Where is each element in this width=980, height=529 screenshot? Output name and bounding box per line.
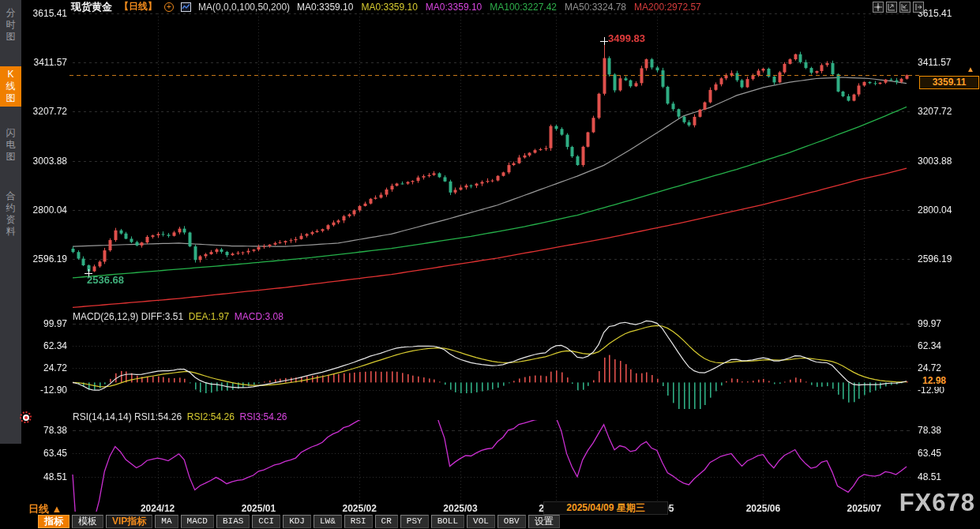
low-annotation: 2536.68 bbox=[87, 274, 124, 286]
ma-value-3: MA100:3227.42 bbox=[490, 2, 557, 13]
date-axis-label: 2025/06 bbox=[741, 503, 785, 514]
rsi-header: RSI(14,14,14) RSI1:54.26 RSI2:54.26 RSI3… bbox=[73, 411, 287, 422]
rsi3-value: RSI3:54.26 bbox=[240, 411, 287, 422]
rsi2-value: RSI2:54.26 bbox=[187, 411, 235, 422]
date-tooltip: 2025/04/09 星期三 bbox=[543, 501, 668, 515]
toolbar-button-rsi[interactable]: RSI bbox=[344, 515, 373, 528]
left-sidebar: 分时图K线图闪电图合约资料 bbox=[0, 0, 21, 444]
date-axis-label: 2024/12 bbox=[136, 503, 180, 514]
ma-value-1: MA0:3359.10 bbox=[361, 2, 417, 13]
date-axis-label: 2025/03 bbox=[438, 503, 482, 514]
rsi1-value: RSI1:54.26 bbox=[134, 411, 182, 422]
rsi-title: RSI(14,14,14) bbox=[73, 411, 132, 422]
date-axis-label: 2025/01 bbox=[236, 503, 280, 514]
toolbar-button-bias[interactable]: BIAS bbox=[216, 515, 250, 528]
toolbar-button-cr[interactable]: CR bbox=[375, 515, 398, 528]
ma-value-2: MA0:3359.10 bbox=[426, 2, 482, 13]
toolbar-button-lwr[interactable]: LW& bbox=[314, 515, 342, 528]
topbar: 现货黄金 【日线】 + MA(0,0,0,100,50,200) MA0:335… bbox=[71, 1, 701, 13]
sidebar-item-time-chart[interactable]: 分时图 bbox=[0, 5, 21, 45]
date-axis-label: 2025/07 bbox=[842, 503, 886, 514]
macd-value-tag: 12.98 bbox=[919, 374, 970, 387]
macd-dea-value: DEA:1.97 bbox=[189, 311, 229, 322]
toolbar-button-kdj[interactable]: KDJ bbox=[283, 515, 311, 528]
sidebar-item-lightning-chart[interactable]: 闪电图 bbox=[0, 125, 21, 165]
toolbar-button-psy[interactable]: PSY bbox=[400, 515, 429, 528]
sidebar-item-contract-info[interactable]: 合约资料 bbox=[0, 188, 21, 240]
macd-title: MACD(26,12,9) bbox=[73, 311, 138, 322]
crosshair-tool-icon[interactable] bbox=[873, 2, 884, 13]
toolbar-button-boll[interactable]: BOLL bbox=[431, 515, 464, 528]
indicator-settings-icon[interactable] bbox=[20, 411, 32, 423]
plus-circle-icon[interactable]: + bbox=[164, 2, 174, 12]
indicator-toolbar: 指标模板VIP指标MAMACDBIASCCIKDJLW&RSICRPSYBOLL… bbox=[38, 515, 560, 529]
toolbar-button-vip-indicator[interactable]: VIP指标 bbox=[106, 515, 152, 528]
toolbar-button-vol[interactable]: VOL bbox=[467, 515, 495, 528]
toolbar-button-macd[interactable]: MACD bbox=[181, 515, 214, 528]
price-marker-icon: ▲ bbox=[967, 65, 974, 73]
ma-value-5: MA200:2972.57 bbox=[634, 2, 701, 13]
period-badge[interactable]: 【日线】 bbox=[119, 0, 157, 13]
toolbar-button-template[interactable]: 模板 bbox=[72, 515, 103, 528]
chart-canvas[interactable] bbox=[0, 0, 980, 529]
ma-value-4: MA50:3324.78 bbox=[565, 2, 626, 13]
macd-header: MACD(26,12,9) DIFF:3.51 DEA:1.97 MACD:3.… bbox=[73, 311, 283, 322]
pan-tool-icon[interactable] bbox=[913, 2, 924, 13]
sidebar-item-kline-chart[interactable]: K线图 bbox=[0, 66, 21, 107]
ma-value-0: MA0:3359.10 bbox=[297, 2, 353, 13]
chart-tools bbox=[873, 2, 924, 13]
zoom-out-tool-icon[interactable] bbox=[899, 2, 911, 13]
date-axis-label: 2025/02 bbox=[337, 503, 381, 514]
macd-macd-value: MACD:3.08 bbox=[235, 311, 283, 322]
toolbar-button-settings[interactable]: 设置 bbox=[528, 515, 560, 528]
toolbar-button-indicator[interactable]: 指标 bbox=[38, 515, 69, 528]
toolbar-button-cci[interactable]: CCI bbox=[252, 515, 280, 528]
toolbar-button-obv[interactable]: OBV bbox=[498, 515, 526, 528]
chart-type-icon[interactable] bbox=[181, 2, 191, 12]
ma-settings-label: MA(0,0,0,100,50,200) bbox=[198, 2, 290, 13]
current-price-tag: 3359.11 bbox=[919, 76, 979, 89]
symbol-name: 现货黄金 bbox=[71, 0, 112, 14]
toolbar-button-ma[interactable]: MA bbox=[155, 515, 178, 528]
watermark: FX678 bbox=[899, 489, 975, 517]
macd-diff-value: DIFF:3.51 bbox=[141, 311, 183, 322]
ma-values: MA0:3359.10MA0:3359.10MA0:3359.10MA100:3… bbox=[297, 2, 701, 13]
zoom-in-tool-icon[interactable] bbox=[886, 2, 897, 13]
high-annotation: 3499.83 bbox=[608, 32, 645, 44]
